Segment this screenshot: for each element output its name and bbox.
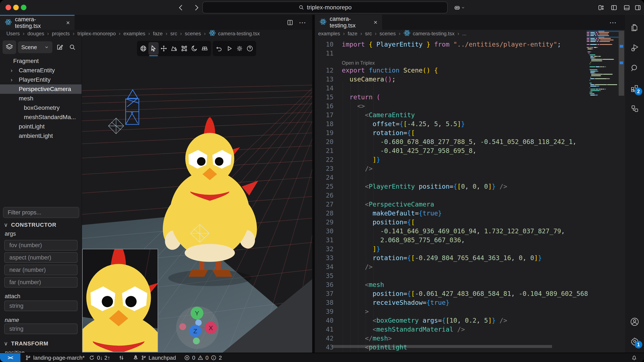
code-line[interactable]: 11 (316, 49, 588, 58)
code-line[interactable]: 13 useCamera(); (316, 75, 588, 84)
scene-3d-canvas[interactable]: YXZ (82, 37, 312, 353)
constructor-section-header[interactable]: ∨ CONSTRUCTOR (4, 222, 56, 228)
moon-icon[interactable] (189, 42, 200, 55)
filter-props-input[interactable]: Filter props... (3, 207, 79, 218)
scale-icon[interactable] (179, 42, 189, 55)
tab-camera-testing-editor[interactable]: camera-testing.tsx × (315, 15, 382, 30)
code-line[interactable]: 20 -0.680_678_408_277_788_5, -0.541_052_… (316, 137, 588, 146)
minimap[interactable] (587, 31, 619, 141)
split-editor-icon[interactable] (285, 18, 295, 27)
breadcrumb-item[interactable]: douges (28, 31, 44, 37)
minimize-window-button[interactable] (13, 5, 19, 10)
search-icon[interactable] (625, 61, 644, 75)
code-line[interactable]: 10import { PlayerEntity } from "../entit… (316, 40, 588, 49)
code-line[interactable]: 21 -0.401_425_727_958_695_8, (316, 146, 588, 155)
chevron-right-icon[interactable]: › (11, 77, 12, 83)
code-line[interactable]: 31 2.068_985_775_667_036, (316, 236, 588, 245)
move-icon[interactable] (159, 42, 169, 55)
undo-icon[interactable] (214, 42, 224, 55)
forward-button[interactable] (192, 3, 201, 12)
code-line[interactable]: 37 position={[-0.061_427_483_068_584_81,… (316, 289, 588, 298)
launchpad-item[interactable]: Launchpad (132, 355, 176, 361)
back-button[interactable] (176, 3, 186, 12)
transform-section-header[interactable]: ∨ TRANSFORM (4, 340, 48, 347)
customize-layout-icon[interactable] (596, 3, 606, 12)
cursor-icon[interactable] (148, 42, 159, 55)
settings-icon[interactable] (234, 42, 245, 55)
tree-item-boxgeometry[interactable]: boxGeometry (0, 103, 82, 113)
codelens-open-in-triplex[interactable]: Open in Triplex (316, 58, 588, 66)
code-line[interactable]: 18 offset={[-4.25, 5, 5.5]} (316, 120, 588, 129)
grid-icon[interactable] (200, 42, 210, 55)
editor-breadcrumb[interactable]: examples›faze›src›scenes›camera-testing.… (318, 30, 466, 37)
extensions-icon[interactable]: 2 (625, 81, 644, 96)
code-line[interactable]: 41 <meshStandardMaterial /> (316, 325, 588, 334)
code-line[interactable]: 24 (316, 173, 588, 182)
code-line[interactable]: 32 ]} (316, 245, 588, 254)
code-line[interactable]: 29 position={[ (316, 218, 588, 227)
settings-gear-icon[interactable]: 1 (625, 334, 644, 349)
compare-changes-item[interactable] (118, 355, 124, 361)
tree-item-pointlight[interactable]: pointLight (0, 122, 82, 131)
code-line[interactable]: 38 receiveShadow={true} (316, 298, 588, 307)
breadcrumb-item[interactable]: scenes (380, 31, 396, 37)
code-line[interactable]: 27 <PerspectiveCamera (316, 200, 588, 209)
code-line[interactable]: 23 /> (316, 164, 588, 173)
remote-indicator[interactable]: >< (0, 353, 20, 362)
breadcrumb-item[interactable]: faze (348, 31, 357, 37)
fov-input[interactable]: fov (number) (4, 240, 78, 251)
code-line[interactable]: 28 makeDefault={true} (316, 209, 588, 218)
help-icon[interactable] (245, 42, 255, 55)
code-line[interactable]: 33 rotation={[-0.249_804_765_644_363_16,… (316, 254, 588, 262)
run-debug-icon[interactable] (625, 40, 644, 55)
more-actions-icon[interactable]: ⋯ (608, 18, 618, 27)
close-tab-icon[interactable]: × (374, 19, 377, 26)
code-line[interactable]: 35 (316, 271, 588, 280)
git-branch-item[interactable]: landing-page-march* 0↓ 2↑ (25, 355, 110, 361)
code-line[interactable]: 16 <> (316, 102, 588, 111)
breadcrumb-item[interactable]: examples (124, 31, 146, 37)
tab-camera-testing[interactable]: camera-testing.tsx × (0, 15, 74, 30)
edit-icon[interactable] (55, 43, 64, 51)
tree-item-playerentity[interactable]: ›PlayerEntity (0, 75, 82, 84)
tree-item-mesh[interactable]: mesh (0, 94, 82, 103)
code-line[interactable]: 12export function Scene() { (316, 66, 588, 75)
breadcrumb-item[interactable]: projects (52, 31, 70, 37)
code-editor[interactable]: 10import { PlayerEntity } from "../entit… (316, 40, 588, 352)
search-icon[interactable] (68, 43, 77, 51)
code-line[interactable]: 42 </mesh> (316, 334, 588, 343)
hierarchy-icon[interactable] (625, 101, 644, 116)
breadcrumb-item[interactable]: faze (153, 31, 162, 37)
close-window-button[interactable] (6, 5, 11, 10)
chevron-right-icon[interactable]: › (11, 67, 12, 74)
layers-icon[interactable] (2, 40, 16, 54)
scene-selector[interactable]: Scene (18, 41, 52, 53)
scene-viewport[interactable]: YXZ (82, 37, 312, 353)
more-actions-icon[interactable]: ⋯ (298, 18, 307, 27)
problems-item[interactable]: 0 0 2 (184, 355, 222, 361)
code-line[interactable]: 30 -0.141_646_936_469_016_94, 1.732_122_… (316, 227, 588, 236)
breadcrumb-item[interactable]: src (365, 31, 372, 37)
tree-item-ambientlight[interactable]: ambientLight (0, 131, 82, 141)
code-line[interactable]: 22 ]} (316, 155, 588, 164)
rotate-icon[interactable] (169, 42, 179, 55)
tree-item-fragment[interactable]: Fragment (0, 56, 82, 66)
attach-input[interactable]: string (4, 301, 78, 311)
breadcrumb-item[interactable]: scenes (185, 31, 201, 37)
account-icon[interactable] (625, 314, 644, 329)
far-input[interactable]: far (number) (4, 277, 78, 288)
play-icon[interactable] (224, 42, 234, 55)
breadcrumb-item[interactable]: examples (318, 31, 340, 37)
code-line[interactable]: 36 <mesh (316, 280, 588, 289)
code-line[interactable]: 15 return ( (316, 93, 588, 102)
tree-item-meshstandardma[interactable]: meshStandardMa... (0, 113, 82, 122)
tree-item-cameraentity[interactable]: ›CameraEntity (0, 66, 82, 75)
close-tab-icon[interactable]: × (66, 19, 70, 26)
editor-scrollbar-horizontal[interactable] (333, 345, 552, 348)
code-line[interactable]: 19 rotation={[ (316, 129, 588, 137)
notifications-bell-icon[interactable] (630, 354, 638, 362)
code-line[interactable]: 17 <CameraEntity (316, 111, 588, 120)
code-line[interactable]: 39 > (316, 307, 588, 316)
copilot-icon[interactable] (453, 3, 465, 12)
aspect-input[interactable]: aspect (number) (4, 252, 78, 263)
